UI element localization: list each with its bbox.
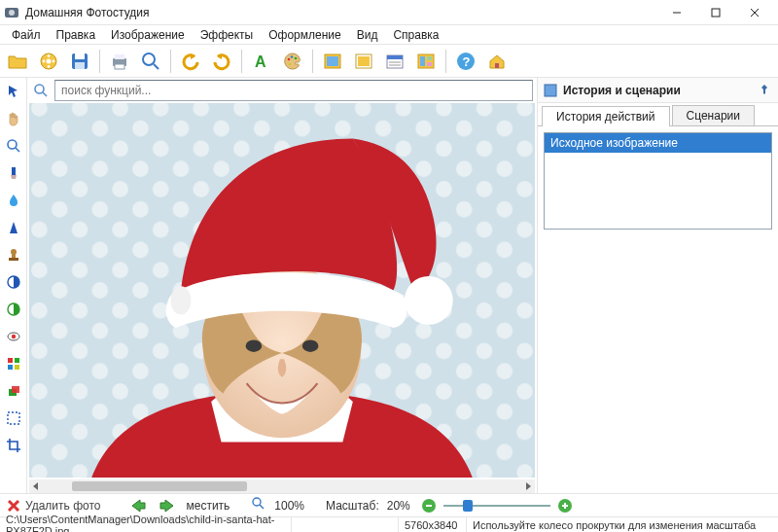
fit-label[interactable]: местить <box>186 499 230 513</box>
menu-image[interactable]: Изображение <box>103 26 193 44</box>
pin-icon[interactable] <box>759 84 772 97</box>
svg-rect-17 <box>115 64 124 69</box>
actual-size-label[interactable]: 100% <box>274 499 304 513</box>
redo-button[interactable] <box>208 48 235 75</box>
svg-point-23 <box>295 56 298 59</box>
svg-line-42 <box>16 148 19 152</box>
svg-text:A: A <box>255 53 266 70</box>
next-image-button[interactable] <box>157 497 178 514</box>
scroll-left-arrow[interactable] <box>29 479 43 493</box>
print-button[interactable] <box>106 48 133 75</box>
menu-effects[interactable]: Эффекты <box>193 26 262 44</box>
actual-size-icon[interactable] <box>251 496 266 514</box>
main-toolbar: A ? <box>0 45 778 78</box>
svg-rect-16 <box>115 54 124 59</box>
save-button[interactable] <box>66 48 93 75</box>
svg-rect-51 <box>8 358 13 363</box>
svg-rect-54 <box>15 365 19 370</box>
zoom-slider-handle[interactable] <box>463 500 473 512</box>
svg-rect-35 <box>420 56 425 66</box>
frame1-button[interactable] <box>319 48 346 75</box>
calendar-button[interactable] <box>381 48 408 75</box>
scale-label: Масштаб: <box>326 499 379 513</box>
svg-rect-69 <box>545 85 556 96</box>
svg-rect-40 <box>495 63 499 68</box>
tab-history[interactable]: История действий <box>542 106 670 126</box>
svg-rect-37 <box>427 62 432 66</box>
history-list[interactable]: Исходное изображение <box>544 132 772 230</box>
svg-point-10 <box>48 65 51 68</box>
svg-point-72 <box>253 498 261 506</box>
zoom-tool[interactable] <box>4 136 23 156</box>
collage-button[interactable] <box>412 48 440 75</box>
brush-tool[interactable] <box>4 163 23 183</box>
pointer-tool[interactable] <box>4 82 23 101</box>
redeye-tool[interactable] <box>4 327 23 346</box>
zoom-slider[interactable] <box>443 501 550 511</box>
frame2-button[interactable] <box>350 48 377 75</box>
horizontal-scrollbar[interactable] <box>29 479 535 493</box>
zoom-button[interactable] <box>137 48 164 75</box>
search-input[interactable] <box>54 80 533 101</box>
svg-point-9 <box>53 59 55 62</box>
svg-point-8 <box>48 54 51 57</box>
drop-tool[interactable] <box>4 191 23 210</box>
select-tool[interactable] <box>4 408 23 428</box>
prev-image-button[interactable] <box>127 497 149 514</box>
menu-help[interactable]: Справка <box>385 26 446 44</box>
svg-rect-45 <box>12 254 16 258</box>
crop-tool[interactable] <box>4 436 23 455</box>
svg-point-65 <box>246 339 263 351</box>
palette-button[interactable] <box>279 48 306 75</box>
status-filepath: C:\Users\ContentManager\Downloads\child-… <box>0 517 292 532</box>
menu-decoration[interactable]: Оформление <box>261 26 348 44</box>
svg-rect-14 <box>75 62 85 69</box>
titlebar: Домашняя Фотостудия <box>0 0 778 25</box>
close-button[interactable] <box>735 1 774 24</box>
svg-point-24 <box>289 62 292 65</box>
open-button[interactable] <box>4 48 31 75</box>
menu-view[interactable]: Вид <box>349 26 386 44</box>
svg-rect-53 <box>8 365 13 370</box>
svg-rect-26 <box>327 56 338 66</box>
svg-point-18 <box>143 53 155 65</box>
svg-line-19 <box>154 64 159 69</box>
search-icon <box>31 81 51 100</box>
history-tabs: История действий Сценарии <box>538 103 778 126</box>
sharpen-tool[interactable] <box>4 218 23 237</box>
help-button[interactable]: ? <box>452 48 479 75</box>
stamp-tool[interactable] <box>4 245 23 265</box>
film-roll-icon[interactable] <box>35 48 62 75</box>
svg-rect-43 <box>12 167 16 175</box>
svg-rect-57 <box>8 412 19 424</box>
history-panel: История и сценарии История действий Сцен… <box>537 78 778 493</box>
scroll-right-arrow[interactable] <box>521 479 535 493</box>
status-hint: Используйте колесо прокрутки для изменен… <box>467 517 778 532</box>
zoom-out-button[interactable] <box>422 499 436 513</box>
minimize-button[interactable] <box>657 1 696 24</box>
brightness-tool[interactable] <box>4 300 23 319</box>
swatches-tool[interactable] <box>4 354 23 373</box>
scale-value: 20% <box>387 499 414 513</box>
image-canvas[interactable] <box>27 103 537 493</box>
svg-rect-13 <box>75 53 85 59</box>
svg-point-22 <box>291 55 294 58</box>
layers-tool[interactable] <box>4 381 23 401</box>
zoom-in-button[interactable] <box>558 499 572 513</box>
menu-file[interactable]: Файл <box>4 26 49 44</box>
tab-scenarios[interactable]: Сценарии <box>672 105 755 125</box>
menu-edit[interactable]: Правка <box>49 26 104 44</box>
status-dimensions: 5760x3840 <box>399 517 467 532</box>
hand-tool[interactable] <box>4 109 23 128</box>
history-item[interactable]: Исходное изображение <box>545 133 771 153</box>
maximize-button[interactable] <box>696 1 735 24</box>
svg-point-7 <box>47 58 52 63</box>
delete-photo-button[interactable]: Удалить фото <box>6 498 100 514</box>
scroll-thumb[interactable] <box>72 481 247 491</box>
home-button[interactable] <box>483 48 511 75</box>
undo-button[interactable] <box>177 48 204 75</box>
contrast-tool[interactable] <box>4 272 23 292</box>
app-icon <box>4 5 19 20</box>
text-button[interactable]: A <box>248 48 275 75</box>
svg-point-68 <box>405 276 453 325</box>
